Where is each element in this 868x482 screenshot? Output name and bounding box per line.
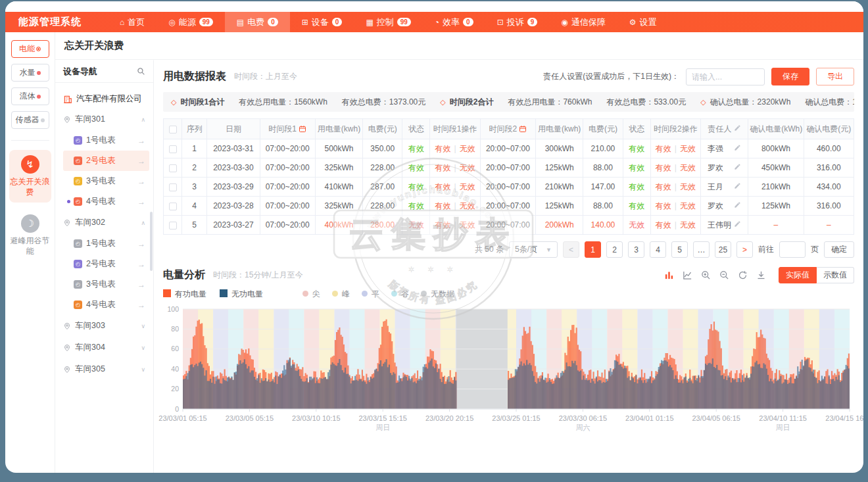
op-valid-link-2[interactable]: 有效 [656, 144, 671, 153]
scrollbar-thumb[interactable] [150, 212, 153, 271]
legend-无功电量[interactable]: 无功电量 [220, 289, 263, 300]
pencil-icon[interactable] [734, 201, 741, 210]
arrow-right-icon[interactable]: → [137, 239, 145, 249]
op-valid-link-1[interactable]: 有效 [435, 144, 451, 153]
save-button[interactable]: 保存 [771, 68, 809, 85]
zoom-in-icon[interactable] [701, 270, 711, 280]
legend-有功电量[interactable]: 有功电量 [163, 289, 206, 300]
ellipsis-pages-button[interactable]: … [693, 241, 710, 258]
calendar-icon[interactable] [519, 124, 527, 133]
line-chart-icon[interactable] [683, 270, 692, 280]
meter-车间301-4号电表[interactable]: ◴4号电表→ [63, 191, 149, 212]
owner-input[interactable] [686, 68, 765, 85]
op-valid-link-1[interactable]: 有效 [435, 220, 451, 229]
band-legend-平[interactable]: 平 [362, 289, 379, 300]
group-车间305[interactable]: 车间305∨ [63, 358, 149, 380]
band-legend-峰[interactable]: 峰 [332, 289, 350, 300]
page-button-4[interactable]: 4 [650, 241, 666, 258]
pencil-icon[interactable] [734, 163, 741, 172]
arrow-right-icon[interactable]: → [137, 280, 145, 289]
rail-tab-水量[interactable]: 水量 [11, 64, 49, 82]
arrow-right-icon[interactable]: → [137, 136, 145, 145]
arrow-right-icon[interactable]: → [137, 177, 145, 186]
meter-车间301-1号电表[interactable]: ◴1号电表→ [63, 130, 149, 151]
mode-避峰用谷节能[interactable]: ☽避峰用谷节能 [9, 209, 51, 262]
nav-item-效率[interactable]: ◔效率0 [423, 12, 485, 32]
meter-车间302-4号电表[interactable]: ◴4号电表→ [63, 295, 149, 315]
next-page-button[interactable]: > [736, 241, 753, 258]
bar-chart-icon[interactable] [664, 270, 674, 280]
op-invalid-link-2[interactable]: 无效 [680, 201, 696, 210]
page-size-select[interactable]: 5条/页▼ [509, 241, 558, 258]
prev-page-button[interactable]: < [563, 241, 579, 258]
arrow-right-icon[interactable]: → [137, 197, 145, 206]
mode-忘关开关浪费[interactable]: ↯忘关开关浪费 [9, 150, 51, 203]
meter-车间301-2号电表[interactable]: ◴2号电表→ [63, 151, 149, 171]
actual-value-button[interactable]: 实际值 [779, 267, 817, 283]
page-button-25[interactable]: 25 [715, 241, 731, 258]
op-invalid-link-2[interactable]: 无效 [680, 182, 696, 191]
export-button[interactable]: 导出 [816, 68, 854, 85]
op-valid-link-2[interactable]: 有效 [656, 163, 671, 172]
op-valid-link-1[interactable]: 有效 [435, 163, 451, 172]
company-node[interactable]: 汽车配件有限公司 [63, 89, 149, 108]
nav-item-首页[interactable]: ⌂首页 [108, 12, 157, 32]
meter-车间302-3号电表[interactable]: ◴3号电表→ [63, 274, 149, 295]
arrow-right-icon[interactable]: → [137, 157, 145, 166]
nav-item-控制[interactable]: ▦控制99 [354, 12, 422, 32]
rail-tab-流体[interactable]: 流体 [11, 87, 49, 105]
pencil-icon[interactable] [734, 220, 741, 229]
op-invalid-link-2[interactable]: 无效 [680, 220, 696, 229]
pencil-icon[interactable] [734, 144, 741, 153]
op-valid-link-2[interactable]: 有效 [656, 182, 671, 191]
op-valid-link-1[interactable]: 有效 [435, 201, 451, 210]
meter-车间302-1号电表[interactable]: ◴1号电表→ [63, 233, 149, 254]
op-invalid-link-2[interactable]: 无效 [680, 163, 696, 172]
page-button-2[interactable]: 2 [606, 241, 623, 258]
group-车间302[interactable]: 车间302∧ [63, 212, 149, 233]
op-valid-link-2[interactable]: 有效 [656, 220, 671, 229]
row-checkbox[interactable] [169, 164, 177, 172]
page-button-3[interactable]: 3 [628, 241, 644, 258]
row-checkbox[interactable] [169, 203, 177, 210]
rail-tab-电能[interactable]: 电能 [11, 40, 49, 58]
op-invalid-link-1[interactable]: 无效 [460, 163, 475, 172]
band-legend-尖[interactable]: 尖 [302, 289, 320, 300]
arrow-right-icon[interactable]: → [137, 260, 145, 269]
page-button-1[interactable]: 1 [585, 241, 601, 258]
nav-item-能源[interactable]: ◎能源99 [157, 12, 225, 32]
row-checkbox[interactable] [169, 145, 177, 153]
pencil-icon[interactable] [734, 182, 741, 191]
op-valid-link-2[interactable]: 有效 [656, 201, 671, 210]
nav-item-通信保障[interactable]: ◉通信保障 [549, 12, 617, 32]
refresh-icon[interactable] [738, 270, 748, 280]
goto-page-input[interactable] [779, 241, 806, 258]
meter-车间302-2号电表[interactable]: ◴2号电表→ [63, 254, 149, 274]
download-icon[interactable] [756, 270, 766, 280]
group-车间301[interactable]: 车间301∧ [63, 108, 149, 130]
nav-item-电费[interactable]: ▤电费0 [225, 12, 290, 32]
nav-item-投诉[interactable]: ⊡投诉9 [485, 12, 550, 32]
rail-tab-传感器[interactable]: 传感器 [11, 111, 49, 129]
nav-item-设备[interactable]: ⊞设备0 [290, 12, 354, 32]
row-checkbox[interactable] [169, 183, 177, 191]
nav-item-设置[interactable]: ⚙设置 [617, 12, 669, 32]
op-invalid-link-1[interactable]: 无效 [460, 144, 475, 153]
band-legend-谷[interactable]: 谷 [391, 289, 409, 300]
op-invalid-link-1[interactable]: 无效 [460, 182, 475, 191]
pencil-icon[interactable] [734, 124, 741, 133]
row-checkbox[interactable] [169, 222, 177, 229]
band-legend-无数据[interactable]: 无数据 [421, 289, 454, 300]
select-all-checkbox[interactable] [169, 126, 177, 133]
op-invalid-link-1[interactable]: 无效 [460, 220, 475, 229]
reading-value-button[interactable]: 示数值 [817, 267, 854, 283]
calendar-icon[interactable] [299, 124, 306, 133]
op-invalid-link-2[interactable]: 无效 [680, 144, 696, 153]
group-车间304[interactable]: 车间304∨ [63, 337, 149, 358]
search-icon[interactable] [137, 67, 145, 76]
arrow-right-icon[interactable]: → [137, 301, 145, 310]
op-invalid-link-1[interactable]: 无效 [460, 201, 475, 210]
goto-confirm-button[interactable]: 确定 [824, 241, 854, 258]
op-valid-link-1[interactable]: 有效 [435, 182, 451, 191]
page-button-5[interactable]: 5 [671, 241, 688, 258]
